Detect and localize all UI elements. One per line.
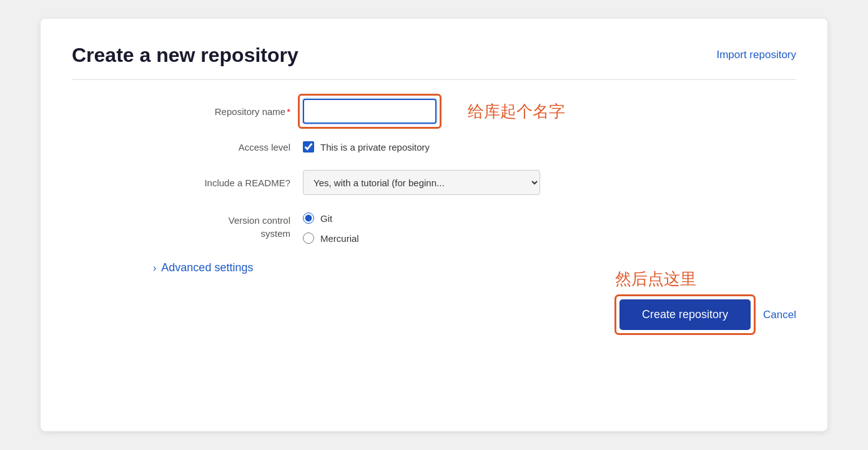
repo-name-label: Repository name*: [153, 106, 290, 117]
import-repository-link[interactable]: Import repository: [716, 49, 796, 61]
header-row: Create a new repository Import repositor…: [72, 44, 796, 67]
vcs-row: Version controlsystem Git Mercurial: [153, 212, 715, 244]
create-btn-wrapper: Create repository: [619, 299, 751, 330]
vcs-git-option: Git: [303, 212, 359, 224]
vcs-mercurial-option: Mercurial: [303, 232, 359, 244]
repo-name-row: Repository name* 给库起个名字: [153, 99, 715, 124]
repo-name-wrapper: [303, 99, 436, 124]
vcs-mercurial-radio[interactable]: [303, 232, 314, 244]
form-body: Repository name* 给库起个名字 Access level Thi…: [153, 99, 715, 274]
vcs-radio-group: Git Mercurial: [303, 212, 359, 244]
repo-name-input[interactable]: [303, 99, 436, 124]
divider: [72, 79, 796, 80]
cancel-link[interactable]: Cancel: [763, 309, 796, 321]
vcs-mercurial-label[interactable]: Mercurial: [320, 233, 359, 244]
private-checkbox-row: This is a private repository: [303, 141, 430, 152]
modal-container: Create a new repository Import repositor…: [41, 19, 827, 431]
name-annotation: 给库起个名字: [468, 101, 565, 122]
readme-select[interactable]: Yes, with a tutorial (for beginn... Yes,…: [303, 170, 540, 195]
readme-label: Include a README?: [153, 178, 290, 188]
readme-row: Include a README? Yes, with a tutorial (…: [153, 170, 715, 195]
page-title: Create a new repository: [72, 44, 298, 67]
advanced-chevron-icon: ›: [153, 262, 156, 274]
button-annotation: 然后点这里: [615, 268, 696, 290]
private-checkbox[interactable]: [303, 141, 314, 152]
footer-row: 然后点这里 Create repository Cancel: [72, 299, 796, 330]
vcs-label: Version controlsystem: [153, 212, 290, 240]
advanced-settings-label[interactable]: Advanced settings: [161, 261, 253, 274]
private-checkbox-label[interactable]: This is a private repository: [320, 142, 430, 152]
required-marker: *: [287, 106, 290, 117]
access-level-label: Access level: [153, 142, 290, 152]
vcs-git-radio[interactable]: [303, 212, 314, 224]
access-level-row: Access level This is a private repositor…: [153, 141, 715, 152]
vcs-git-label[interactable]: Git: [320, 213, 332, 224]
create-repository-button[interactable]: Create repository: [619, 299, 751, 330]
